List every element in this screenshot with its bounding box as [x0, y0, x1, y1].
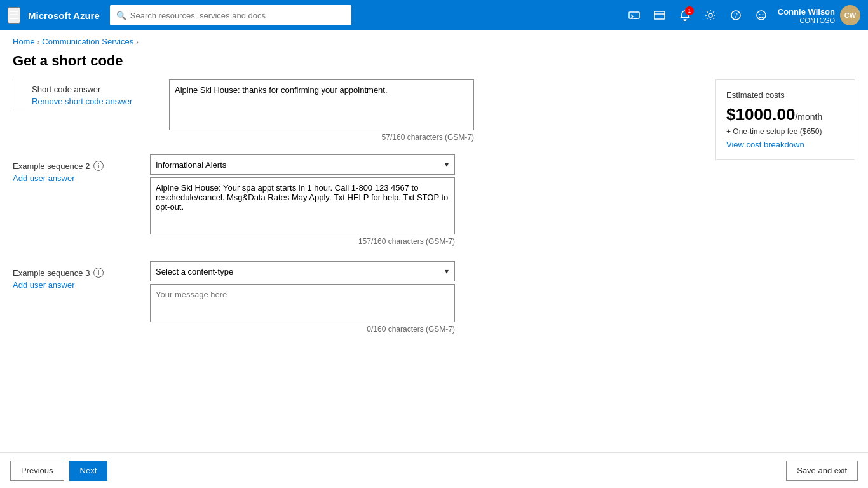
cloud-shell-button[interactable]	[623, 4, 646, 27]
example-2-dropdown-wrapper: Informational Alerts Marketing Appointme…	[150, 154, 455, 175]
page-title: Get a short code	[0, 50, 868, 79]
user-org: CONTOSO	[778, 17, 835, 24]
breadcrumb: Home › Communication Services ›	[0, 30, 868, 50]
svg-text:?: ?	[734, 12, 738, 19]
settings-button[interactable]	[699, 4, 722, 27]
short-code-label-group: Short code answer Remove short code answ…	[32, 79, 159, 106]
example-2-info-icon: i	[93, 161, 104, 171]
svg-rect-0	[629, 12, 639, 18]
bottom-bar: Previous Next Save and exit	[0, 452, 868, 488]
example-3-textarea[interactable]	[150, 284, 455, 322]
short-code-textarea[interactable]: Alpine Ski House: thanks for confirming …	[169, 79, 474, 130]
app-logo: Microsoft Azure	[28, 10, 100, 21]
tree-line	[13, 79, 25, 111]
cost-setup-fee: + One-time setup fee ($650)	[726, 127, 844, 136]
avatar: CW	[840, 5, 860, 25]
cost-breakdown-link[interactable]: View cost breakdown	[726, 140, 844, 149]
short-code-char-count: 57/160 characters (GSM-7)	[169, 133, 474, 142]
topbar: ☰ Microsoft Azure 🔍 1 ? Connie Wilson CO…	[0, 0, 868, 30]
user-profile[interactable]: Connie Wilson CONTOSO CW	[778, 5, 860, 25]
svg-point-5	[709, 13, 712, 17]
topbar-icons: 1 ?	[623, 4, 773, 27]
example-3-content-type-select[interactable]: Select a content-type Informational Aler…	[150, 261, 455, 281]
user-name: Connie Wilson	[778, 7, 835, 17]
example-sequence-2-row: Example sequence 2 i Add user answer Inf…	[13, 154, 700, 246]
svg-point-10	[762, 14, 763, 15]
example-2-textarea[interactable]: Alpine Ski House: Your spa appt starts i…	[150, 177, 455, 234]
example-2-add-answer[interactable]: Add user answer	[13, 173, 140, 183]
cost-title: Estimated costs	[726, 90, 844, 100]
example-sequence-3-row: Example sequence 3 i Add user answer Sel…	[13, 261, 700, 334]
example-3-char-count: 0/160 characters (GSM-7)	[150, 325, 455, 334]
search-bar: 🔍	[110, 5, 351, 25]
directory-button[interactable]	[648, 4, 671, 27]
example-2-label: Example sequence 2 i	[13, 161, 140, 171]
example-3-input-area: Select a content-type Informational Aler…	[150, 261, 455, 334]
example-3-info-icon: i	[93, 268, 104, 278]
form-area: Short code answer Remove short code answ…	[13, 79, 700, 452]
cost-period: /month	[795, 112, 822, 122]
breadcrumb-communication-services[interactable]: Communication Services	[42, 37, 133, 46]
short-code-label: Short code answer	[32, 85, 159, 94]
save-exit-button[interactable]: Save and exit	[786, 461, 858, 481]
next-button[interactable]: Next	[69, 461, 108, 481]
notification-badge: 1	[685, 6, 694, 15]
example-2-label-group: Example sequence 2 i Add user answer	[13, 154, 140, 183]
example-3-label: Example sequence 3 i	[13, 268, 140, 278]
search-input[interactable]	[130, 11, 345, 20]
example-2-input-area: Informational Alerts Marketing Appointme…	[150, 154, 455, 246]
example-2-char-count: 157/160 characters (GSM-7)	[150, 237, 455, 246]
cost-panel: Estimated costs $1000.00/month + One-tim…	[715, 79, 855, 160]
cost-amount-row: $1000.00/month	[726, 105, 844, 125]
example-3-label-group: Example sequence 3 i Add user answer	[13, 261, 140, 290]
breadcrumb-sep-2: ›	[136, 38, 139, 46]
svg-point-8	[757, 11, 766, 20]
notifications-button[interactable]: 1	[674, 4, 696, 27]
cost-amount: $1000.00	[726, 105, 795, 124]
svg-rect-2	[654, 11, 665, 19]
example-2-content-type-select[interactable]: Informational Alerts Marketing Appointme…	[150, 154, 455, 175]
short-code-input-area: Alpine Ski House: thanks for confirming …	[169, 79, 474, 142]
example-3-add-answer[interactable]: Add user answer	[13, 280, 140, 290]
svg-point-9	[759, 14, 760, 15]
main-content: Short code answer Remove short code answ…	[0, 79, 868, 452]
remove-short-code-link[interactable]: Remove short code answer	[32, 97, 159, 106]
short-code-answer-section: Short code answer Remove short code answ…	[13, 79, 700, 142]
example-3-dropdown-wrapper: Select a content-type Informational Aler…	[150, 261, 455, 281]
search-icon: 🔍	[116, 11, 126, 20]
feedback-button[interactable]	[750, 4, 773, 27]
previous-button[interactable]: Previous	[10, 461, 64, 481]
help-button[interactable]: ?	[724, 4, 747, 27]
breadcrumb-home[interactable]: Home	[13, 37, 35, 46]
breadcrumb-sep-1: ›	[37, 38, 40, 46]
hamburger-menu-button[interactable]: ☰	[8, 7, 20, 24]
